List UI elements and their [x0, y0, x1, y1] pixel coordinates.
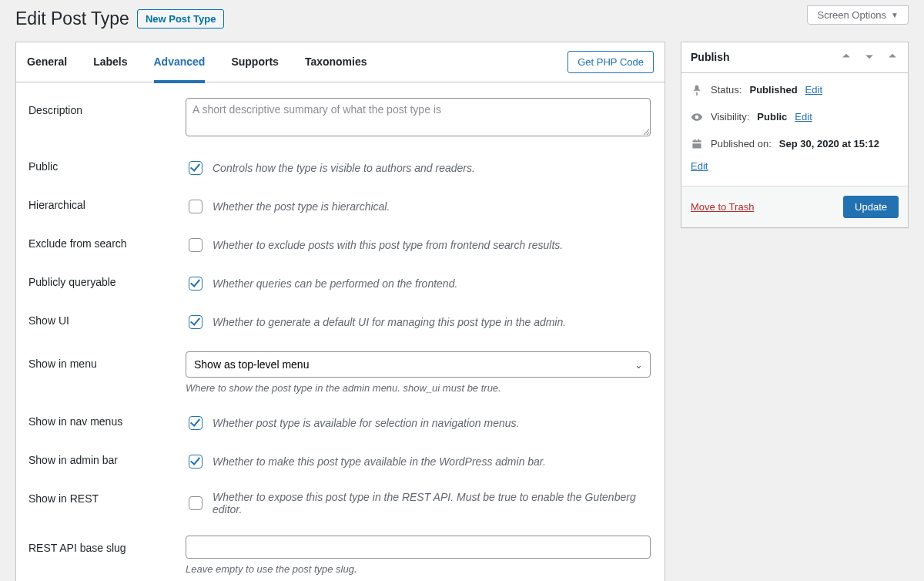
update-button[interactable]: Update — [843, 196, 899, 218]
visibility-value: Public — [757, 111, 787, 123]
eye-icon — [691, 111, 703, 126]
label-rest-base: REST API base slug — [28, 536, 186, 575]
hint-rest-base: Leave empty to use the post type slug. — [186, 563, 652, 575]
hint-publicly-queryable: Whether queries can be performed on the … — [213, 277, 457, 290]
hint-show-in-nav-menus: Whether post type is available for selec… — [213, 417, 519, 429]
label-exclude-from-search: Exclude from search — [28, 236, 186, 254]
published-label: Published on: — [711, 138, 772, 149]
tab-general[interactable]: General — [27, 55, 67, 83]
move-to-trash-link[interactable]: Move to Trash — [691, 201, 754, 213]
published-value: Sep 30, 2020 at 15:12 — [779, 138, 879, 149]
toggle-panel-icon[interactable] — [886, 50, 899, 65]
label-public: Public — [28, 159, 186, 177]
tab-labels[interactable]: Labels — [93, 55, 127, 83]
move-up-icon[interactable] — [840, 50, 852, 65]
label-description: Description — [28, 98, 186, 139]
label-show-in-rest: Show in REST — [28, 491, 186, 516]
hint-show-in-rest: Whether to expose this post type in the … — [213, 491, 652, 516]
get-php-code-button[interactable]: Get PHP Code — [567, 51, 654, 73]
show-in-rest-checkbox[interactable] — [189, 496, 203, 510]
show-ui-checkbox[interactable] — [189, 315, 203, 329]
settings-panel: General Labels Advanced Supports Taxonom… — [15, 42, 665, 581]
chevron-down-icon: ▼ — [891, 11, 899, 19]
hint-public: Controls how the type is visible to auth… — [213, 162, 475, 174]
new-post-type-button[interactable]: New Post Type — [137, 9, 225, 29]
rest-base-input[interactable] — [186, 536, 651, 559]
label-show-ui: Show UI — [28, 313, 186, 331]
screen-options-label: Screen Options — [817, 9, 886, 21]
show-in-menu-select[interactable]: Show as top-level menu — [186, 351, 651, 378]
visibility-label: Visibility: — [711, 111, 749, 123]
edit-status-link[interactable]: Edit — [805, 84, 822, 96]
label-show-in-nav-menus: Show in nav menus — [28, 414, 186, 432]
label-hierarchical: Hierarchical — [28, 197, 186, 216]
hint-show-ui: Whether to generate a default UI for man… — [213, 316, 566, 328]
hint-show-in-admin-bar: Whether to make this post type available… — [213, 455, 546, 468]
public-checkbox[interactable] — [189, 161, 203, 175]
tab-bar: General Labels Advanced Supports Taxonom… — [16, 42, 665, 82]
publicly-queryable-checkbox[interactable] — [189, 277, 203, 290]
status-label: Status: — [711, 84, 742, 96]
publish-title: Publish — [691, 51, 730, 63]
publish-box: Publish S — [681, 42, 909, 228]
show-in-admin-bar-checkbox[interactable] — [189, 455, 203, 468]
pin-icon — [691, 84, 703, 99]
move-down-icon[interactable] — [863, 50, 875, 65]
hierarchical-checkbox[interactable] — [189, 200, 203, 213]
label-publicly-queryable: Publicly queryable — [28, 274, 186, 293]
tab-supports[interactable]: Supports — [231, 55, 278, 83]
exclude-from-search-checkbox[interactable] — [189, 238, 203, 252]
page-title: Edit Post Type — [15, 8, 129, 31]
edit-visibility-link[interactable]: Edit — [795, 111, 812, 123]
calendar-icon — [691, 138, 703, 153]
label-show-in-menu: Show in menu — [28, 351, 186, 394]
hint-exclude-from-search: Whether to exclude posts with this post … — [213, 239, 563, 251]
label-show-in-admin-bar: Show in admin bar — [28, 452, 186, 471]
hint-hierarchical: Whether the post type is hierarchical. — [213, 200, 390, 213]
show-in-nav-menus-checkbox[interactable] — [189, 416, 203, 430]
description-input[interactable] — [186, 98, 651, 136]
edit-published-link[interactable]: Edit — [691, 160, 708, 172]
tab-taxonomies[interactable]: Taxonomies — [305, 55, 367, 83]
hint-show-in-menu: Where to show the post type in the admin… — [186, 382, 652, 394]
status-value: Published — [749, 84, 797, 96]
tab-advanced[interactable]: Advanced — [154, 55, 206, 83]
screen-options-button[interactable]: Screen Options ▼ — [807, 5, 909, 25]
